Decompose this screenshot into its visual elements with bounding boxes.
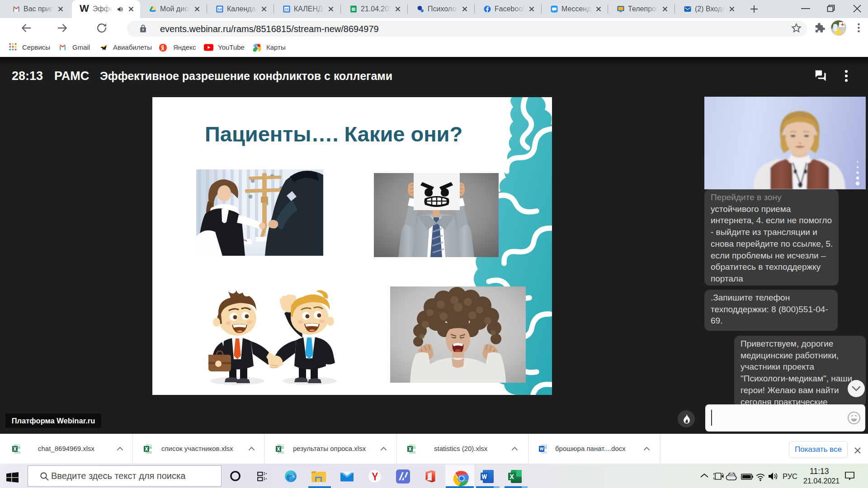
svg-text:21: 21 [285,7,288,11]
svg-text:14: 14 [218,7,222,11]
